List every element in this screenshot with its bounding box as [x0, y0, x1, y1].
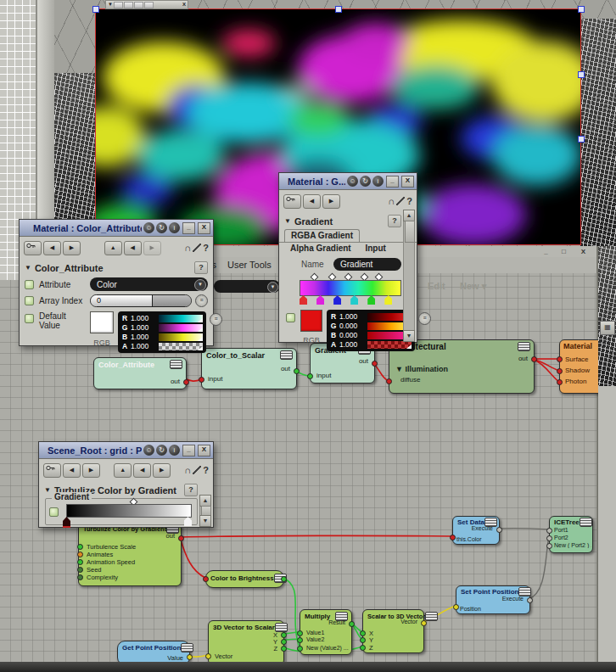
close-icon[interactable]: X: [182, 2, 186, 8]
node-menu-icon[interactable]: [170, 360, 182, 369]
panel-titlebar[interactable]: Scene_Root : grid : Pol... ☺ ↻ i _ X: [39, 442, 213, 459]
gradient-editor[interactable]: [300, 274, 400, 305]
tab-input[interactable]: Input: [359, 243, 391, 254]
region-toolbar-button[interactable]: [114, 2, 123, 8]
close-button[interactable]: X: [198, 222, 210, 234]
gradient-stop-blue[interactable]: [333, 295, 341, 305]
node-scalar-to-3d-vector[interactable]: Scalar to 3D Vector Vector X Y Z: [362, 609, 424, 653]
info-icon[interactable]: i: [372, 176, 384, 187]
help-button[interactable]: ?: [184, 484, 198, 496]
back-button[interactable]: ◀: [124, 241, 142, 255]
face-icon[interactable]: ☺: [143, 445, 154, 456]
panel-titlebar[interactable]: Material : Color_Attribute ☺ ↻ i _ X: [20, 220, 213, 237]
region-handle-top-left[interactable]: [92, 6, 99, 13]
gradient-stop-green[interactable]: [367, 295, 375, 305]
maximize-button[interactable]: □: [557, 247, 570, 256]
next-button[interactable]: ▶: [82, 463, 100, 478]
node-icetree[interactable]: ICETree Port1 Port2 New ( Port2 ) ...: [549, 516, 593, 553]
port-x[interactable]: [281, 632, 287, 638]
node-3d-vector-to-scalar[interactable]: 3D Vector to Scalar X Y Z Vector: [208, 620, 284, 665]
scroll-down-icon[interactable]: ▼: [199, 515, 211, 527]
gradient-stop-black[interactable]: [63, 517, 70, 528]
green-channel-bar[interactable]: [159, 324, 203, 332]
chevron-down-icon[interactable]: ▼: [194, 279, 206, 291]
gradient-stop-white[interactable]: [184, 517, 192, 526]
port-this-color[interactable]: [450, 535, 456, 540]
array-index-slider[interactable]: 0: [90, 294, 192, 307]
port-seed[interactable]: [77, 567, 83, 573]
help-button[interactable]: ?: [388, 215, 401, 227]
forward-button[interactable]: ▶: [153, 463, 171, 478]
node-menu-icon[interactable]: [580, 518, 592, 527]
recycle-icon[interactable]: ↻: [156, 445, 167, 456]
color-swatch[interactable]: [300, 310, 322, 332]
node-menu-icon[interactable]: [181, 643, 193, 652]
info-icon[interactable]: i: [169, 445, 180, 456]
recycle-icon[interactable]: ↻: [360, 176, 371, 187]
scrollbar-thumb[interactable]: [405, 221, 415, 243]
port-out[interactable]: [372, 361, 378, 367]
port-y[interactable]: [281, 639, 287, 645]
window-grid-icon[interactable]: ▦: [600, 321, 615, 335]
prev-button[interactable]: ◀: [43, 241, 61, 255]
region-handle-right-2[interactable]: [578, 136, 585, 143]
region-handle-right-1[interactable]: [578, 71, 585, 78]
port-turbulence-scale[interactable]: [77, 544, 83, 550]
region-toolbar-button[interactable]: [134, 2, 143, 8]
edit-pencil-icon[interactable]: [193, 244, 201, 252]
port-out[interactable]: [531, 356, 537, 362]
port-result[interactable]: [349, 621, 355, 627]
minimize-button[interactable]: _: [386, 176, 399, 188]
port-complexity[interactable]: [77, 574, 83, 580]
tab-alpha-gradient[interactable]: Alpha Gradient: [284, 243, 357, 254]
port-z[interactable]: [360, 645, 366, 651]
port-diffuse[interactable]: [386, 378, 392, 384]
attribute-dropdown[interactable]: Color ▼: [90, 277, 208, 291]
prev-button[interactable]: ◀: [303, 194, 321, 209]
node-color-attribute[interactable]: Color_Attribute out: [93, 357, 187, 389]
animation-led-icon[interactable]: [49, 507, 59, 517]
port-new-port[interactable]: [546, 543, 552, 549]
alpha-channel-bar[interactable]: [159, 343, 203, 350]
lock-keep-button[interactable]: [43, 463, 61, 478]
lock-keep-button[interactable]: [24, 241, 42, 255]
tab-rgba-gradient[interactable]: RGBA Gradient: [284, 229, 360, 242]
port-shadow[interactable]: [557, 368, 563, 374]
refresh-icon[interactable]: ∩: [184, 465, 191, 475]
port-out[interactable]: [294, 368, 300, 374]
port-surface[interactable]: [557, 356, 563, 362]
node-menu-icon[interactable]: [425, 612, 438, 621]
close-button[interactable]: X: [401, 176, 414, 188]
port-vector[interactable]: [205, 653, 211, 659]
port-value[interactable]: [187, 654, 193, 660]
next-button[interactable]: ▶: [322, 194, 340, 209]
region-toolbar-button[interactable]: [144, 2, 154, 8]
new-button[interactable]: New ▾: [460, 281, 486, 292]
animation-led-icon[interactable]: [286, 313, 295, 322]
port-out[interactable]: [178, 535, 184, 541]
port-y[interactable]: [360, 637, 366, 643]
recycle-icon[interactable]: ↻: [156, 222, 167, 233]
port-photon[interactable]: [557, 379, 563, 385]
port-x[interactable]: [360, 630, 366, 636]
up-level-button[interactable]: ▲: [104, 241, 122, 255]
gradient-stop-yellow[interactable]: [384, 295, 392, 305]
help-icon[interactable]: ?: [203, 243, 209, 253]
edit-pencil-icon[interactable]: [396, 197, 405, 205]
scroll-up-icon[interactable]: ▲: [403, 210, 415, 221]
port-vector[interactable]: [421, 620, 427, 626]
color-swatch[interactable]: [90, 311, 114, 333]
gradient-stop-red[interactable]: [300, 295, 307, 305]
port-execute[interactable]: [496, 527, 502, 533]
node-material[interactable]: Material Surface Shadow Photon: [559, 339, 600, 394]
red-channel-bar[interactable]: [159, 315, 203, 322]
gradient-preview-bar[interactable]: [66, 504, 192, 518]
animation-led-icon[interactable]: [25, 314, 34, 323]
region-handle-top-right[interactable]: [578, 6, 585, 13]
port-input[interactable]: [307, 373, 313, 379]
face-icon[interactable]: ☺: [347, 176, 358, 187]
help-icon[interactable]: ?: [406, 196, 412, 206]
port-value2[interactable]: [297, 637, 303, 643]
port-out[interactable]: [183, 379, 189, 385]
connection-icon[interactable]: ≡: [418, 312, 431, 325]
